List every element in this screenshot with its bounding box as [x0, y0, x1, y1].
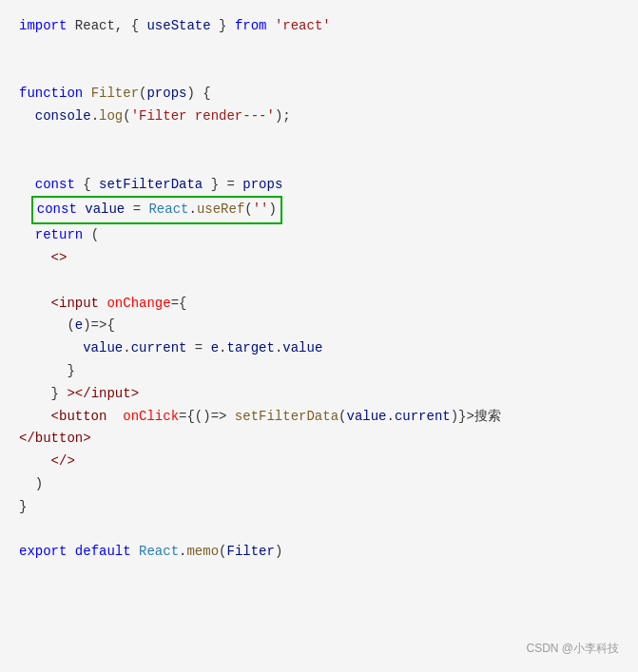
watermark: CSDN @小李科技: [526, 641, 619, 657]
line-13: <input onChange={: [19, 293, 619, 316]
line-21: ): [19, 473, 619, 496]
code-block: import React, { useState } from 'react' …: [19, 15, 619, 564]
line-24: export default React.memo(Filter): [19, 541, 619, 564]
line-15: value.current = e.target.value: [19, 337, 619, 360]
line-4: function Filter(props) {: [19, 83, 619, 106]
line-8: const { setFilterData } = props: [19, 174, 619, 197]
code-container: import React, { useState } from 'react' …: [0, 0, 638, 672]
line-17: } ></input>: [19, 383, 619, 406]
line-1: import React, { useState } from 'react': [19, 15, 619, 38]
line-10: return (: [19, 224, 619, 247]
line-20: </>: [19, 451, 619, 473]
line-22: }: [19, 496, 619, 519]
line-9: const value = React.useRef(''): [19, 196, 619, 224]
line-5: console.log('Filter render---');: [19, 106, 619, 128]
line-19: </button>: [19, 428, 619, 451]
line-11: <>: [19, 247, 619, 270]
line-14: (e)=>{: [19, 315, 619, 337]
line-18: <button onClick={()=> setFilterData(valu…: [19, 406, 619, 429]
line-16: }: [19, 360, 619, 383]
